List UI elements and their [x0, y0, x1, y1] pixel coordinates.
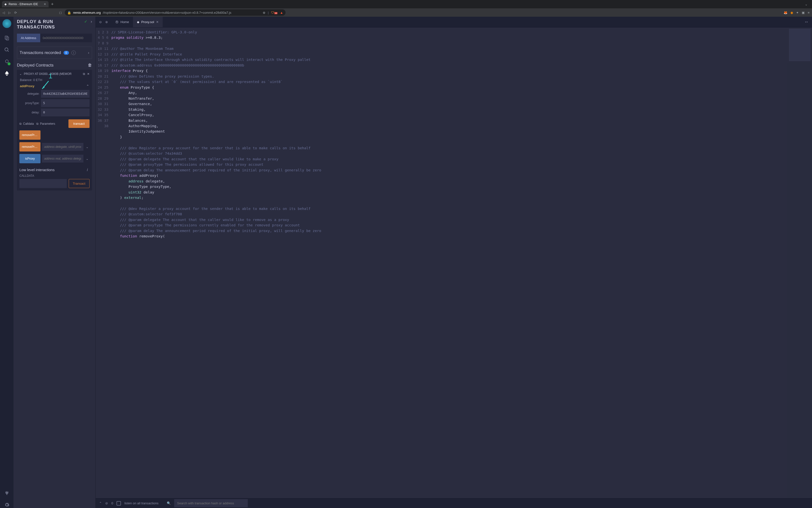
close-icon[interactable]: ✕ — [44, 2, 46, 6]
chevron-down-icon[interactable]: ⌄ — [85, 145, 90, 149]
lock-icon: 🔒 — [67, 11, 71, 14]
code-editor[interactable]: // SPDX-License-Identifier: GPL-3.0-only… — [111, 28, 787, 498]
zoom-out-icon[interactable]: ⊖ — [99, 20, 102, 24]
forward-icon[interactable]: ▷ — [8, 11, 11, 14]
delay-input[interactable] — [41, 109, 90, 116]
remix-logo[interactable] — [2, 19, 11, 28]
zoom-in-icon[interactable]: ⊕ — [105, 20, 108, 24]
browser-tab[interactable]: ◆ Remix - Ethereum IDE ✕ — [2, 1, 49, 7]
chevron-right-icon[interactable]: › — [91, 19, 92, 24]
tab-title: Remix - Ethereum IDE — [9, 2, 38, 6]
menu-icon[interactable]: ≡ — [808, 11, 810, 14]
calldata-link[interactable]: ⧉Calldata — [19, 122, 34, 125]
deployed-contract: ⌄ PROXY AT 0X000...0080B (MEMOR ⧉ ✕ Bala… — [17, 70, 92, 190]
scroll-top-icon[interactable]: ⌃ — [99, 501, 102, 505]
search-icon[interactable]: 🔍 — [167, 501, 171, 505]
balance-label: Balance: 0 ETH — [20, 78, 89, 82]
bookmark-icon[interactable]: ◻ — [59, 11, 62, 14]
address-input[interactable] — [40, 34, 92, 42]
copy-icon[interactable]: ⧉ — [83, 72, 85, 76]
tab-home[interactable]: ⦿ Home — [111, 17, 133, 27]
at-address-button[interactable]: At Address — [17, 34, 40, 42]
zoom-icon[interactable]: ⊕ — [263, 11, 266, 14]
calldata-label: CALLDATA — [19, 174, 90, 177]
search-icon[interactable] — [4, 47, 10, 53]
svg-line-3 — [7, 51, 9, 52]
copy-icon: ⧉ — [19, 122, 21, 125]
delegate-input[interactable] — [41, 90, 90, 98]
transact-button[interactable]: transact — [68, 119, 90, 128]
solidity-icon: ◆ — [137, 20, 139, 24]
transact-lowlevel-button[interactable]: Transact — [69, 179, 90, 188]
close-icon[interactable]: ✕ — [87, 72, 90, 76]
deploy-icon[interactable] — [4, 70, 10, 77]
removeproxies-button[interactable]: removePro... — [19, 130, 41, 140]
url-bar[interactable]: 🔒 remix.ethereum.org/#optimize=false&run… — [65, 9, 286, 16]
isproxy-input[interactable] — [42, 155, 83, 163]
function-name: addProxy — [20, 84, 34, 88]
pending-count: 0 — [111, 501, 113, 505]
extensions-icon[interactable]: ✦ — [796, 11, 799, 14]
parameters-link[interactable]: ⧉Parameters — [36, 122, 55, 125]
back-icon[interactable]: ◁ — [2, 11, 5, 14]
low-level-label: Low level interactions — [19, 168, 54, 172]
clear-icon[interactable]: ⊘ — [105, 501, 108, 505]
plugin-icon[interactable] — [4, 490, 10, 496]
info-icon[interactable]: i — [85, 168, 90, 172]
collapse-icon[interactable]: ⌃ — [86, 84, 89, 88]
editor-area: ⊖ ⊕ ⦿ Home ◆ Proxy.sol ✕ ↔ 1 2 3 4 5 6 7… — [96, 17, 812, 508]
removeproxy-button[interactable]: removePro... — [19, 142, 41, 152]
deployed-contracts-label: Deployed Contracts — [17, 63, 53, 68]
icon-sidebar — [0, 17, 13, 508]
file-explorer-icon[interactable] — [4, 35, 10, 41]
tx-recorded-label: Transactions recorded — [19, 50, 61, 55]
terminal-search-input[interactable] — [174, 499, 248, 507]
compiler-icon[interactable] — [4, 58, 10, 65]
contract-name: PROXY AT 0X000...0080B (MEMOR — [24, 72, 81, 76]
panel-title: DEPLOY & RUNTRANSACTIONS — [17, 19, 55, 30]
transactions-recorded[interactable]: Transactions recorded 0 i › — [17, 47, 92, 59]
line-gutter: 1 2 3 4 5 6 7 8 9 10 11 12 13 14 15 16 1… — [96, 28, 111, 498]
delay-label: delay: — [19, 111, 40, 114]
listen-checkbox[interactable] — [116, 501, 121, 506]
reload-icon[interactable]: ⟳ — [14, 11, 17, 14]
chevron-down-icon[interactable]: ⌄ — [85, 157, 90, 161]
proxytype-input[interactable] — [41, 99, 90, 107]
tabs-overflow-icon[interactable]: ⌄ — [802, 2, 810, 6]
metamask-icon[interactable]: 🦊 — [783, 11, 787, 14]
url-path: /#optimize=false&runs=200&evmVersion=nul… — [103, 11, 231, 14]
expand-icon[interactable]: ↔ — [801, 19, 812, 25]
deploy-panel: 1 2 3 4 DEPLOY & RUNTRANSACTIONS ✓ › At … — [13, 17, 96, 508]
delegate-label: delegate: — [19, 92, 40, 95]
removeproxy-input[interactable] — [42, 143, 83, 151]
settings-icon[interactable] — [4, 502, 10, 508]
chevron-down-icon[interactable]: ⌄ — [19, 72, 22, 76]
trash-icon[interactable]: 🗑 — [88, 63, 92, 68]
tab-favicon: ◆ — [4, 2, 7, 6]
copy-icon: ⧉ — [36, 122, 39, 125]
svg-point-2 — [5, 48, 8, 51]
browser-tabs: ◆ Remix - Ethereum IDE ✕ + ⌄ — [0, 0, 812, 8]
proxytype-label: proxyType: — [19, 101, 40, 105]
url-host: remix.ethereum.org — [73, 11, 101, 14]
calldata-input[interactable] — [19, 179, 67, 188]
terminal-bar: ⌃ ⊘ 0 listen on all transactions 🔍 — [96, 498, 812, 508]
shield-icon[interactable]: 🛡16 — [271, 11, 278, 14]
check-icon: ✓ — [84, 19, 87, 24]
close-icon[interactable]: ✕ — [156, 20, 159, 24]
tab-file[interactable]: ◆ Proxy.sol ✕ — [133, 17, 163, 27]
minimap[interactable] — [787, 28, 812, 498]
info-icon[interactable]: i — [71, 51, 76, 55]
new-tab-button[interactable]: + — [49, 2, 56, 7]
brave-icon[interactable]: ▲ — [280, 11, 283, 14]
reader-icon[interactable]: ▣ — [802, 11, 805, 14]
tx-count: 0 — [63, 51, 69, 55]
browser-toolbar: ◁ ▷ ⟳ ◻ 🔒 remix.ethereum.org/#optimize=f… — [0, 8, 812, 17]
isproxy-button[interactable]: isProxy — [19, 154, 41, 163]
polkadot-icon[interactable]: ◉ — [791, 11, 793, 14]
chevron-right-icon[interactable]: › — [88, 50, 89, 55]
listen-label: listen on all transactions — [125, 501, 158, 505]
home-icon: ⦿ — [115, 20, 118, 24]
